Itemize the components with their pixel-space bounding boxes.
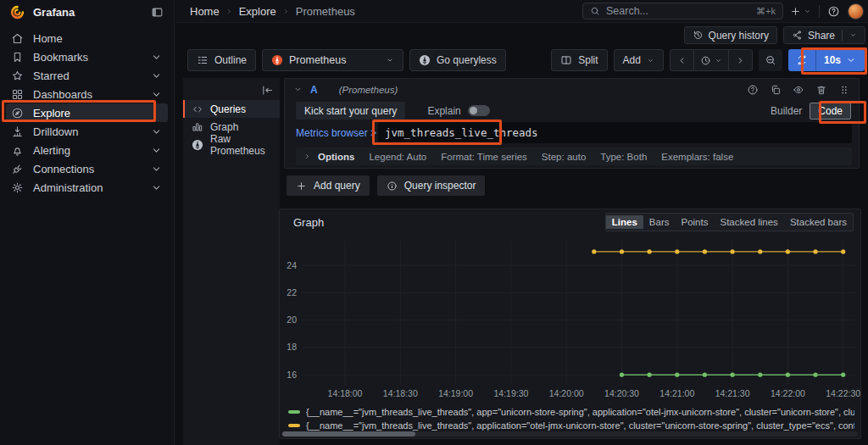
nav-sidebar: Grafana Home Bookmarks Starred Dashboard… — [0, 0, 175, 445]
prometheus-gray-icon — [192, 139, 203, 151]
legend-scrollbar-track — [282, 431, 858, 437]
divider — [819, 5, 820, 18]
dock-menu-icon[interactable] — [151, 6, 164, 19]
search-input[interactable]: Search... ⌘+k — [582, 3, 783, 19]
editor-mode-switch: Builder Code — [763, 102, 851, 120]
chart-area: 242220181614:18:0014:18:3014:19:0014:19:… — [281, 236, 860, 403]
chevron-down-icon[interactable] — [150, 181, 163, 194]
avatar[interactable] — [848, 3, 864, 19]
sidebar-header: Grafana — [0, 0, 174, 24]
drag-handle-icon[interactable] — [838, 84, 850, 96]
collapse-query-icon[interactable] — [293, 85, 303, 94]
kick-start-button[interactable]: Kick start your query — [296, 102, 405, 120]
svg-text:14:19:00: 14:19:00 — [438, 388, 473, 398]
time-picker-button[interactable] — [693, 50, 728, 70]
chevron-down-icon[interactable] — [150, 70, 163, 82]
legend-label: {__name__="jvm_threads_live_threads", ap… — [306, 407, 854, 417]
mode-points[interactable]: Points — [676, 215, 715, 229]
chevron-right-icon — [303, 153, 311, 160]
breadcrumb-explore[interactable]: Explore — [239, 5, 276, 18]
zoom-out-button[interactable] — [759, 49, 782, 71]
option-type: Type: Both — [600, 152, 647, 162]
builder-mode-option[interactable]: Builder — [763, 103, 810, 119]
sidebar-item-label: Drilldown — [33, 125, 78, 138]
graph-canvas[interactable]: 242220181614:18:0014:18:3014:19:0014:19:… — [281, 236, 860, 403]
query-options-row: Options Legend: Auto Format: Time series… — [296, 147, 852, 165]
chevron-down-icon — [715, 57, 722, 64]
chevron-down-icon[interactable] — [150, 125, 163, 138]
sidebar-item-drilldown[interactable]: Drilldown — [6, 122, 168, 141]
tab-raw-prometheus[interactable]: Raw Prometheus — [183, 136, 280, 153]
sidebar-item-explore[interactable]: Explore — [6, 103, 168, 122]
chevron-down-icon[interactable] — [150, 88, 163, 101]
sidebar-item-starred[interactable]: Starred — [6, 66, 168, 85]
outline-button[interactable]: Outline — [187, 49, 256, 71]
tab-queries[interactable]: Queries — [183, 100, 280, 118]
option-step: Step: auto — [542, 152, 586, 162]
plug-icon — [11, 163, 24, 175]
mode-bars[interactable]: Bars — [643, 215, 676, 229]
metrics-browser-link[interactable]: Metrics browser > — [296, 127, 378, 139]
mode-stacked-bars[interactable]: Stacked bars — [784, 215, 853, 229]
datasource-picker[interactable]: Prometheus — [262, 49, 403, 71]
breadcrumb-home[interactable]: Home — [190, 5, 220, 18]
main-area: Home Explore Prometheus Search... ⌘+k Qu… — [175, 0, 868, 445]
chevron-right-icon — [225, 8, 233, 15]
svg-text:14:21:30: 14:21:30 — [715, 388, 750, 398]
share-label: Share — [808, 30, 835, 42]
sidebar-item-connections[interactable]: Connections — [6, 159, 168, 178]
add-label: Add — [623, 54, 641, 66]
outline-label: Outline — [214, 54, 247, 66]
promql-query-input[interactable]: jvm_threads_live_threads — [378, 122, 852, 143]
code-brackets-icon — [192, 103, 203, 115]
help-circle-icon[interactable] — [747, 84, 759, 96]
chevron-down-icon[interactable] — [849, 31, 857, 39]
sidebar-item-home[interactable]: Home — [6, 29, 168, 47]
time-shift-back-button[interactable] — [670, 50, 693, 70]
chevron-down-icon[interactable] — [150, 144, 163, 157]
sidebar-item-dashboards[interactable]: Dashboards — [6, 85, 168, 103]
svg-text:24: 24 — [287, 260, 297, 270]
remove-query-icon[interactable] — [815, 84, 827, 96]
options-expander[interactable]: Options — [303, 152, 354, 162]
legend-scrollbar-thumb[interactable] — [282, 431, 415, 437]
explain-label: Explain — [427, 105, 460, 117]
sidebar-item-administration[interactable]: Administration — [6, 178, 168, 197]
time-shift-forward-button[interactable] — [728, 50, 752, 70]
mode-lines[interactable]: Lines — [606, 215, 643, 229]
help-icon[interactable] — [827, 5, 840, 18]
query-history-button[interactable]: Query history — [684, 26, 777, 44]
mode-stacked-lines[interactable]: Stacked lines — [714, 215, 783, 229]
add-query-button[interactable]: Add query — [287, 175, 370, 196]
history-icon — [693, 30, 704, 41]
hide-query-icon[interactable] — [793, 84, 804, 96]
chevron-down-icon[interactable] — [150, 163, 163, 175]
sidebar-item-alerting[interactable]: Alerting — [6, 141, 168, 159]
sidebar-item-bookmarks[interactable]: Bookmarks — [6, 47, 168, 66]
clock-icon — [700, 55, 711, 66]
legend-item[interactable]: {__name__="jvm_threads_live_threads", ap… — [288, 405, 854, 419]
refresh-button: 10s — [788, 49, 865, 71]
split-button[interactable]: Split — [551, 49, 607, 71]
query-inspector-button[interactable]: Query inspector — [377, 175, 486, 196]
legend-item[interactable]: {__name__="jvm_threads_live_threads", ap… — [288, 419, 854, 432]
refresh-interval-dropdown[interactable]: 10s — [816, 49, 865, 71]
apps-icon — [11, 88, 24, 101]
query-row-header: A (Prometheus) — [285, 79, 859, 100]
graph-panel: Graph Lines Bars Points Stacked lines St… — [279, 209, 861, 439]
explain-toggle[interactable] — [468, 105, 490, 116]
share-button[interactable]: Share — [783, 26, 865, 44]
query-actions-row: Add query Query inspector — [287, 175, 485, 196]
home-icon — [11, 32, 24, 45]
run-query-button[interactable] — [788, 49, 815, 71]
collapse-panel-icon[interactable] — [261, 84, 274, 97]
plus-icon — [296, 181, 307, 192]
go-queryless-button[interactable]: Go queryless — [409, 49, 506, 71]
svg-text:16: 16 — [287, 370, 297, 380]
new-menu-button[interactable] — [790, 6, 811, 17]
duplicate-query-icon[interactable] — [770, 84, 782, 96]
sidebar-item-label: Administration — [33, 181, 103, 194]
chevron-down-icon[interactable] — [150, 51, 163, 64]
code-mode-option[interactable]: Code — [810, 103, 851, 120]
add-dropdown-button[interactable]: Add — [614, 49, 664, 71]
